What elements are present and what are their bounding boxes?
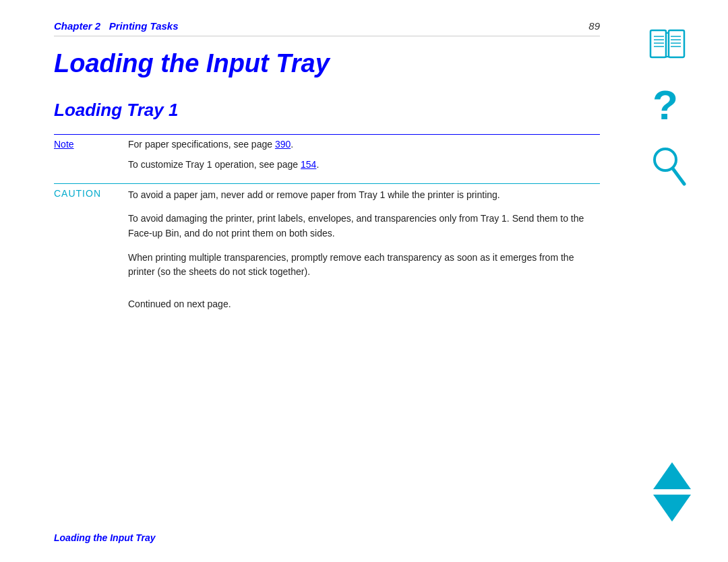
search-icon[interactable] xyxy=(650,145,684,184)
caution-para-2: To avoid damaging the printer, print lab… xyxy=(128,212,600,241)
continued-text: Continued on next page. xyxy=(128,299,600,309)
caution-content: To avoid a paper jam, never add or remov… xyxy=(128,188,600,289)
page-header: Chapter 2 Printing Tasks 89 xyxy=(54,20,600,36)
customize-text: To customize Tray 1 operation, see page … xyxy=(128,159,600,170)
customize-link-154[interactable]: 154 xyxy=(301,159,316,170)
svg-rect-0 xyxy=(650,30,666,57)
note-block: Note For paper specifications, see page … xyxy=(54,134,600,150)
svg-rect-1 xyxy=(669,30,684,57)
caution-block: CAUTION To avoid a paper jam, never add … xyxy=(54,183,600,289)
sidebar: ? xyxy=(634,0,701,562)
arrow-up-button[interactable] xyxy=(653,462,691,489)
chapter-label: Chapter 2 Printing Tasks xyxy=(54,20,179,32)
book-icon[interactable] xyxy=(647,27,688,64)
note-link-390[interactable]: 390 xyxy=(275,139,291,150)
main-title: Loading the Input Tray xyxy=(54,49,600,80)
section-title: Loading Tray 1 xyxy=(54,100,600,121)
note-label[interactable]: Note xyxy=(54,139,128,150)
svg-text:?: ? xyxy=(653,84,678,128)
footer-title: Loading the Input Tray xyxy=(54,532,156,543)
caution-label: CAUTION xyxy=(54,188,128,199)
caution-para-1: To avoid a paper jam, never add or remov… xyxy=(128,188,600,203)
page-number: 89 xyxy=(588,20,600,32)
note-text: For paper specifications, see page 390. xyxy=(128,139,600,150)
nav-arrows xyxy=(653,462,691,522)
question-icon[interactable]: ? xyxy=(649,84,686,125)
svg-line-14 xyxy=(673,168,684,184)
caution-para-3: When printing multiple transparencies, p… xyxy=(128,251,600,280)
arrow-down-button[interactable] xyxy=(653,495,691,522)
